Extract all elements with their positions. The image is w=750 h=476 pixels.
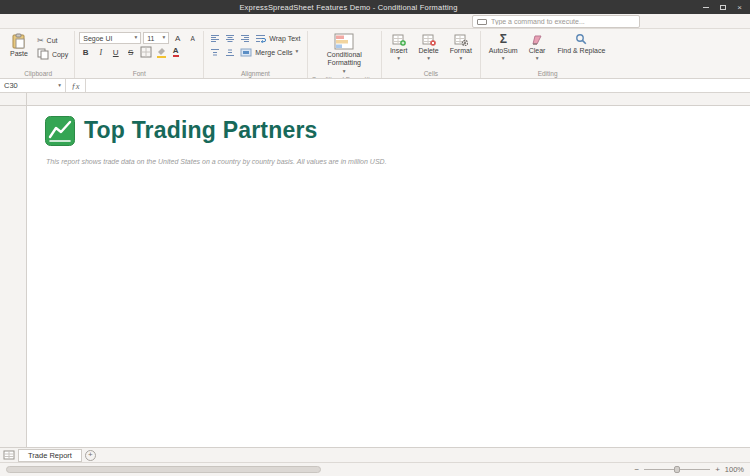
delete-cells-button[interactable]: Delete ▾ — [414, 32, 442, 63]
horizontal-scrollbar[interactable] — [6, 465, 626, 474]
window-controls: × — [697, 1, 748, 13]
align-center-icon — [225, 34, 235, 43]
grow-font-button[interactable]: A — [171, 32, 184, 44]
conditional-formatting-icon — [334, 33, 354, 50]
title-bar: ExpressSpreadSheet Features Demo - Condi… — [0, 0, 750, 14]
cut-button[interactable]: ✂ Cut — [35, 34, 70, 46]
ribbon-group-clipboard: Paste ✂ Cut Copy Clipboard — [2, 31, 74, 78]
format-cells-icon — [454, 33, 468, 46]
find-replace-button[interactable]: Find & Replace — [552, 32, 610, 56]
row-headers — [0, 106, 27, 447]
paste-button[interactable]: Paste — [6, 32, 32, 59]
align-left-icon — [210, 34, 220, 43]
alignment-group-label: Alignment — [208, 69, 302, 78]
report-title: Top Trading Partners — [84, 117, 318, 144]
chevron-down-icon: ▾ — [58, 83, 61, 89]
ribbon-group-cells: Insert ▾ Delete ▾ Format ▾ Cells — [381, 31, 480, 78]
chevron-down-icon: ▾ — [502, 56, 505, 62]
sheet-tab-bar: Trade Report + — [0, 447, 750, 462]
maximize-button[interactable] — [714, 1, 731, 13]
close-icon: × — [737, 3, 742, 12]
horizontal-scrollbar-thumb[interactable] — [6, 466, 321, 473]
copy-button[interactable]: Copy — [35, 48, 70, 60]
ribbon-group-conditional-formatting: Conditional Formatting ▾ Conditional For… — [307, 31, 381, 78]
conditional-formatting-button[interactable]: Conditional Formatting ▾ — [315, 32, 373, 75]
font-color-button[interactable]: A — [169, 46, 182, 58]
autosum-button[interactable]: Σ AutoSum ▾ — [485, 32, 522, 63]
active-cell-reference: C30 — [4, 81, 18, 90]
minimize-button[interactable] — [697, 1, 714, 13]
align-top-button[interactable] — [208, 46, 221, 58]
chevron-down-icon: ▾ — [536, 56, 539, 62]
autosum-icon: Σ — [500, 33, 507, 46]
close-button[interactable]: × — [731, 1, 748, 13]
shrink-font-button[interactable]: A — [186, 32, 199, 44]
align-left-button[interactable] — [208, 32, 221, 44]
insert-cells-button[interactable]: Insert ▾ — [386, 32, 412, 63]
column-headers — [0, 93, 750, 106]
merge-cells-icon — [240, 48, 252, 57]
report-logo-icon — [45, 116, 75, 146]
zoom-in-button[interactable]: + — [715, 466, 720, 474]
italic-button[interactable]: I — [94, 46, 107, 58]
format-cells-button[interactable]: Format ▾ — [446, 32, 476, 63]
minimize-icon — [703, 7, 709, 8]
command-search-placeholder: Type a command to execute... — [491, 18, 585, 25]
table-header-row — [27, 168, 750, 186]
app-window: ExpressSpreadSheet Features Demo - Condi… — [0, 0, 750, 476]
search-icon — [575, 33, 588, 46]
ribbon: Paste ✂ Cut Copy Clipboard — [0, 29, 750, 79]
chevron-down-icon: ▾ — [427, 56, 430, 62]
keyboard-icon — [477, 19, 487, 25]
align-top-icon — [210, 48, 220, 57]
formula-input[interactable] — [86, 79, 750, 92]
borders-icon — [140, 46, 152, 58]
formula-bar: C30 ▾ ƒx — [0, 79, 750, 93]
align-center-button[interactable] — [223, 32, 236, 44]
zoom-slider-thumb[interactable] — [674, 466, 680, 473]
strikethrough-button[interactable]: S — [124, 46, 137, 58]
align-bottom-button[interactable] — [223, 46, 236, 58]
paste-icon — [11, 33, 26, 49]
chevron-down-icon: ▾ — [162, 35, 165, 41]
delete-cells-icon — [422, 33, 436, 46]
cut-icon: ✂ — [37, 36, 44, 45]
report-subtitle: This report shows trade data on the Unit… — [27, 155, 750, 168]
font-size-combo[interactable]: 11▾ — [143, 32, 169, 44]
cells-area: Top Trading Partners This report shows t… — [27, 106, 750, 447]
merge-cells-button[interactable]: Merge Cells ▾ — [238, 46, 300, 58]
zoom-level: 100% — [725, 465, 744, 474]
clear-button[interactable]: Clear ▾ — [525, 32, 550, 63]
window-title: ExpressSpreadSheet Features Demo - Condi… — [0, 3, 697, 12]
sheet-tab-trade-report[interactable]: Trade Report — [18, 449, 82, 462]
fill-color-button[interactable] — [154, 46, 167, 58]
wrap-text-button[interactable]: Wrap Text — [253, 32, 302, 44]
report-title-block: Top Trading Partners — [27, 106, 750, 155]
status-bar: − + 100% — [0, 462, 750, 476]
sheet-list-icon[interactable] — [3, 450, 15, 460]
zoom-controls: − + 100% — [634, 465, 744, 474]
add-sheet-button[interactable]: + — [85, 450, 96, 461]
ribbon-group-editing: Σ AutoSum ▾ Clear ▾ Find & Replace Editi… — [480, 31, 615, 78]
chevron-down-icon: ▾ — [397, 56, 400, 62]
zoom-out-button[interactable]: − — [634, 466, 639, 474]
font-name-combo[interactable]: Segoe UI▾ — [79, 32, 141, 44]
borders-button[interactable] — [139, 46, 152, 58]
cell-name-box[interactable]: C30 ▾ — [0, 79, 66, 92]
ribbon-group-alignment: Wrap Text Merge Cells ▾ Alignment — [203, 31, 306, 78]
underline-button[interactable]: U — [109, 46, 122, 58]
align-right-button[interactable] — [238, 32, 251, 44]
align-bottom-icon — [225, 48, 235, 57]
select-all-corner[interactable] — [0, 93, 27, 105]
zoom-slider[interactable] — [644, 469, 710, 470]
editing-group-label: Editing — [485, 69, 611, 78]
bold-button[interactable]: B — [79, 46, 92, 58]
spreadsheet-grid: Top Trading Partners This report shows t… — [0, 106, 750, 447]
command-search-box[interactable]: Type a command to execute... — [472, 15, 640, 28]
insert-function-button[interactable]: ƒx — [66, 79, 86, 92]
align-right-icon — [240, 34, 250, 43]
chevron-down-icon: ▾ — [296, 49, 299, 55]
fill-color-icon — [155, 46, 167, 58]
copy-icon — [37, 48, 49, 60]
wrap-text-icon — [255, 34, 266, 43]
